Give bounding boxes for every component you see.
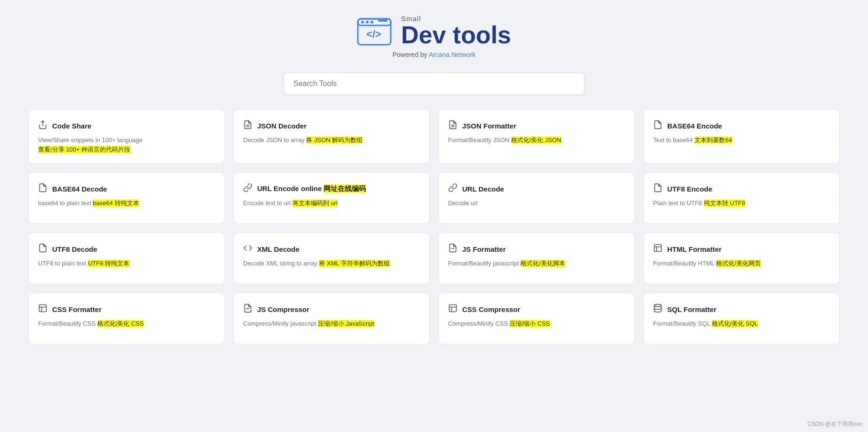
tool-name: HTML Formatter — [667, 245, 722, 253]
tool-desc: Text to base64 文本到基数64 — [653, 136, 830, 145]
tool-name: JS Formatter — [462, 245, 506, 253]
tool-card-header: HTML Formatter — [653, 243, 830, 255]
tool-desc: Format/Beautify SQL 格式化/美化 SQL — [653, 319, 830, 328]
tool-icon-json — [448, 120, 458, 132]
tool-card-utf8-decode[interactable]: UTF8 Decode UTF8 to plain text UTF8 转纯文本 — [28, 232, 225, 284]
logo-text-group: Small Dev tools — [401, 15, 511, 47]
tool-icon-share — [38, 120, 47, 132]
tool-card-header: XML Decode — [243, 243, 420, 255]
tool-card-header: URL Encode online 网址在线编码 — [243, 183, 420, 195]
tool-desc: Compress/Minify javascript 压缩/缩小 JavaScr… — [243, 319, 420, 328]
tool-card-header: CSS Formatter — [38, 304, 215, 315]
tool-name: XML Decode — [257, 245, 300, 253]
header: </> Small Dev tools Powered by Arcana.Ne… — [28, 14, 840, 58]
tool-card-header: URL Decode — [448, 183, 625, 195]
tool-card-html-formatter[interactable]: HTML Formatter Format/Beautify HTML 格式化/… — [643, 232, 840, 284]
svg-rect-5 — [378, 20, 387, 22]
svg-rect-13 — [655, 245, 662, 252]
tool-card-css-formatter[interactable]: CSS Formatter Format/Beautify CSS 格式化/美化… — [28, 293, 225, 344]
tool-desc: Decode url — [448, 199, 625, 208]
powered-by-text: Powered by — [393, 51, 429, 58]
tool-card-url-decode[interactable]: URL Decode Decode url — [438, 172, 635, 224]
tool-card-url-encode[interactable]: URL Encode online 网址在线编码 Encode text to … — [233, 172, 430, 224]
page-wrapper: </> Small Dev tools Powered by Arcana.Ne… — [0, 0, 868, 363]
tool-card-json-formatter[interactable]: JSON Formatter Format/Beautify JSON 格式化/… — [438, 109, 635, 164]
tool-icon-file — [653, 120, 663, 132]
tool-card-header: JS Formatter — [448, 243, 625, 255]
tool-desc: Encode text to url 将文本编码到 url — [243, 199, 420, 208]
tool-card-utf8-encode[interactable]: UTF8 Encode Plain text to UTF8 纯文本转 UTF8 — [643, 172, 840, 224]
tool-card-header: JSON Decoder — [243, 120, 420, 132]
tool-name: CSS Formatter — [52, 305, 102, 313]
tool-desc: Compress/Minify CSS 压缩/缩小 CSS — [448, 319, 625, 328]
tool-icon-file — [653, 183, 663, 195]
footer-note: CSDN @在下周周ovo — [807, 420, 862, 428]
logo-icon: </> — [357, 14, 395, 47]
tool-desc: Plain text to UTF8 纯文本转 UTF8 — [653, 199, 830, 208]
tool-card-xml-decode[interactable]: XML Decode Decode XML string to array 将 … — [233, 232, 430, 284]
tool-icon-link — [243, 183, 253, 195]
tool-card-json-decoder[interactable]: JSON Decoder Decode JSON to array 将 JSON… — [233, 109, 430, 164]
tool-card-header: SQL Formatter — [653, 304, 830, 315]
tool-icon-file — [38, 183, 47, 195]
tool-icon-link — [448, 183, 458, 195]
tool-card-header: BASE64 Encode — [653, 120, 830, 132]
tool-card-js-formatter[interactable]: JS Formatter Format/Beautify javascript … — [438, 232, 635, 284]
tool-card-header: UTF8 Decode — [38, 243, 215, 255]
tool-name: SQL Formatter — [667, 305, 717, 313]
tool-desc: Format/Beautify JSON 格式化/美化 JSON — [448, 136, 625, 145]
tool-name: Code Share — [52, 122, 91, 130]
svg-point-17 — [655, 304, 662, 307]
tool-name: JSON Decoder — [257, 122, 307, 130]
tool-name: BASE64 Decode — [52, 185, 107, 193]
tool-card-header: BASE64 Decode — [38, 183, 215, 195]
tool-icon-js — [448, 243, 458, 255]
tool-card-header: UTF8 Encode — [653, 183, 830, 195]
tool-card-sql-formatter[interactable]: SQL Formatter Format/Beautify SQL 格式化/美化… — [643, 293, 840, 344]
tool-desc: Decode XML string to array 将 XML 字符串解码为数… — [243, 259, 420, 268]
svg-point-3 — [366, 21, 369, 24]
arcana-link[interactable]: Arcana.Network — [429, 51, 476, 58]
tool-name: UTF8 Encode — [667, 185, 712, 193]
tool-icon-css — [38, 304, 47, 315]
tool-card-header: Code Share — [38, 120, 215, 132]
svg-point-2 — [361, 21, 364, 24]
tool-desc: Format/Beautify javascript 格式化/美化脚本 — [448, 259, 625, 268]
tool-name: JSON Formatter — [462, 122, 516, 130]
tool-icon-html — [653, 243, 663, 255]
tool-icon-file — [38, 243, 47, 255]
tool-card-base64-encode[interactable]: BASE64 Encode Text to base64 文本到基数64 — [643, 109, 840, 164]
svg-rect-16 — [450, 305, 457, 312]
search-container — [28, 72, 840, 95]
tool-icon-db — [653, 304, 663, 315]
tool-desc: Format/Beautify CSS 格式化/美化 CSS — [38, 319, 215, 328]
svg-point-4 — [371, 21, 373, 24]
tool-desc: View/Share snippets in 100+ language查看/分… — [38, 136, 215, 154]
tool-desc: UTF8 to plain text UTF8 转纯文本 — [38, 259, 215, 268]
tool-name: BASE64 Encode — [667, 122, 722, 130]
svg-rect-14 — [39, 305, 47, 312]
tool-icon-css — [448, 304, 458, 315]
tool-name: UTF8 Decode — [52, 245, 97, 253]
svg-text:</>: </> — [366, 28, 381, 40]
tool-card-header: CSS Compressor — [448, 304, 625, 315]
tool-card-header: JSON Formatter — [448, 120, 625, 132]
powered-by: Powered by Arcana.Network — [393, 51, 476, 58]
tool-card-js-compressor[interactable]: JS Compressor Compress/Minify javascript… — [233, 293, 430, 344]
tool-name: CSS Compressor — [462, 305, 520, 313]
tool-card-header: JS Compressor — [243, 304, 420, 315]
tool-desc: Decode JSON to array 将 JSON 解码为数组 — [243, 136, 420, 145]
logo-title: Dev tools — [401, 23, 511, 47]
tool-name: JS Compressor — [257, 305, 309, 313]
tool-name: URL Encode online 网址在线编码 — [257, 184, 366, 193]
tool-card-code-share[interactable]: Code Share View/Share snippets in 100+ l… — [28, 109, 225, 164]
tool-icon-xml — [243, 243, 253, 255]
tool-card-css-compressor[interactable]: CSS Compressor Compress/Minify CSS 压缩/缩小… — [438, 293, 635, 344]
tool-icon-json — [243, 120, 253, 132]
tool-card-base64-decode[interactable]: BASE64 Decode base64 to plain text base6… — [28, 172, 225, 224]
tool-name: URL Decode — [462, 185, 504, 193]
tools-grid: Code Share View/Share snippets in 100+ l… — [28, 109, 840, 344]
tool-desc: base64 to plain text base64 转纯文本 — [38, 199, 215, 208]
search-input[interactable] — [284, 72, 584, 95]
tool-desc: Format/Beautify HTML 格式化/美化网页 — [653, 259, 830, 268]
